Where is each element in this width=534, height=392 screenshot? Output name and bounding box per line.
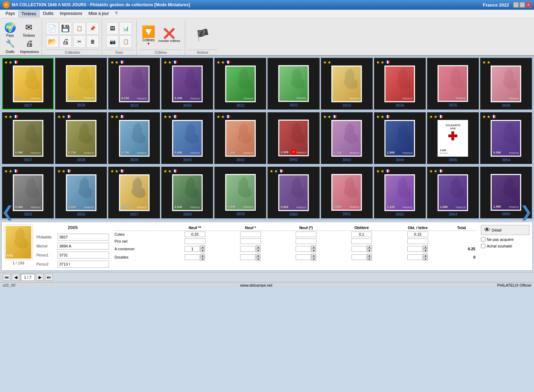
achat-souhaite-checkbox[interactable] bbox=[481, 244, 485, 248]
nav-first-btn[interactable]: ⏮ bbox=[3, 274, 10, 281]
stamp-3844[interactable]: ★★🇫🇷 1.90€ FRANCE 3844 bbox=[374, 112, 426, 164]
stamp-3832[interactable]: ★ FRANCE 3832 bbox=[268, 58, 319, 110]
doubles-obl-lettre-up[interactable]: ▲ bbox=[423, 254, 428, 257]
menu-impressions[interactable]: Impressions bbox=[57, 10, 85, 17]
michel-input[interactable] bbox=[58, 243, 109, 250]
copy-btn[interactable]: 📋 bbox=[73, 22, 86, 35]
stamp-3854[interactable]: ★★🇫🇷 0.05€ FRANCE 3854 bbox=[480, 112, 532, 164]
stamp-3861[interactable]: ★ 0.82€ FRANCE 3861 bbox=[321, 167, 373, 218]
cut-btn[interactable]: ✂ bbox=[73, 35, 86, 48]
doubles-neuf0-down[interactable]: ▼ bbox=[311, 257, 316, 261]
menu-pays[interactable]: Pays bbox=[3, 10, 18, 17]
view4-btn[interactable]: 📋 bbox=[119, 35, 132, 48]
doubles-neuf0-input[interactable] bbox=[296, 254, 311, 260]
stamp-3830[interactable]: ★★🇫🇷 0.10€ FRANCE 3830 bbox=[161, 58, 213, 110]
minimize-button[interactable]: _ bbox=[513, 2, 519, 8]
view3-btn[interactable]: 📷 bbox=[106, 35, 119, 48]
nav-prev-btn[interactable]: ◀ bbox=[12, 274, 19, 281]
perso2-input[interactable] bbox=[58, 261, 109, 268]
stamp-3827[interactable]: ★★🇫🇷 0.01 FRANCE 3827 bbox=[2, 58, 54, 110]
doubles-neuf2-down[interactable]: ▼ bbox=[200, 257, 205, 261]
save-btn[interactable]: 💾 bbox=[59, 22, 72, 35]
conserver-neuf1-input[interactable] bbox=[240, 246, 255, 252]
detail-button[interactable]: 👁 Détail bbox=[481, 225, 529, 235]
stamp-3860[interactable]: ★★🇫🇷 0.82€ FRANCE 3860 bbox=[268, 167, 319, 218]
stamp-3835[interactable]: ★ FRANCE 3835 bbox=[427, 58, 479, 110]
conserver-neuf0-up[interactable]: ▲ bbox=[311, 245, 316, 249]
view1-btn[interactable]: 🖼 bbox=[106, 22, 119, 35]
doubles-neuf1-input[interactable] bbox=[240, 254, 255, 260]
stamp-3864[interactable]: ★★🇫🇷 1.98€ FRANCE 3864 bbox=[427, 167, 479, 218]
doubles-neuf2-up[interactable]: ▲ bbox=[200, 254, 205, 257]
stamp-3857[interactable]: ★★🇫🇷 0.55€ FRANCE 3857 bbox=[108, 167, 160, 218]
conserver-obl-lettre-down[interactable]: ▼ bbox=[423, 249, 428, 252]
conserver-oblitere-input[interactable] bbox=[351, 246, 367, 252]
cotes-neuf0-input[interactable] bbox=[296, 232, 316, 237]
open-btn[interactable]: 📂 bbox=[46, 35, 59, 48]
print-doc-btn[interactable]: 🖨 bbox=[59, 35, 72, 48]
prix-neuf1-input[interactable] bbox=[240, 238, 261, 244]
view2-btn[interactable]: 📊 bbox=[119, 22, 132, 35]
annuler-criteres-btn[interactable]: ❌ Annuler critères bbox=[158, 28, 180, 43]
prix-oblitere-input[interactable] bbox=[351, 238, 372, 244]
stamp-3862[interactable]: ★★🇫🇷 1.22€ FRANCE 3862 bbox=[374, 167, 426, 218]
toolbar-outils-btn[interactable]: 🔧 Outils bbox=[1, 37, 19, 54]
toolbar-timbres-btn[interactable]: ✉ Timbres bbox=[20, 21, 37, 37]
cotes-neuf2-input[interactable] bbox=[185, 232, 205, 237]
cotes-neuf1-input[interactable] bbox=[240, 232, 261, 237]
prix-obl-lettre-input[interactable] bbox=[407, 238, 428, 244]
toolbar-pays-btn[interactable]: 🌍 Pays bbox=[1, 21, 19, 37]
stamp-3831[interactable]: ★★🇫🇷 FRANCE 3831 bbox=[214, 58, 266, 110]
conserver-neuf1-up[interactable]: ▲ bbox=[256, 245, 261, 249]
doubles-oblitere-down[interactable]: ▼ bbox=[367, 257, 372, 261]
conserver-neuf1-down[interactable]: ▼ bbox=[256, 249, 261, 252]
close-button[interactable]: ✕ bbox=[526, 2, 531, 8]
conserver-oblitere-down[interactable]: ▼ bbox=[367, 249, 372, 252]
stamp-3834[interactable]: ★★🇫🇷 FRANCE 3834 bbox=[374, 58, 426, 110]
doubles-neuf1-down[interactable]: ▼ bbox=[256, 257, 261, 261]
maximize-button[interactable]: □ bbox=[519, 2, 525, 8]
stamp-3840[interactable]: ★★🇫🇷 0.90€ FRANCE 3840 bbox=[161, 112, 213, 164]
stamp-3839[interactable]: ★★🇫🇷 0.75€ FRANCE 3839 bbox=[108, 112, 160, 164]
nav-right-arrow[interactable]: ❯ bbox=[520, 203, 533, 220]
nav-next-btn[interactable]: ▶ bbox=[36, 274, 44, 281]
menu-miseajour[interactable]: Mise à jour bbox=[86, 10, 112, 17]
stamp-3845[interactable]: ★★🇫🇷 SOLIDARITÉASIE 0.20€ de DON 3845 bbox=[427, 112, 479, 164]
stamp-3836[interactable]: ★★ FRANCE 3836 bbox=[480, 58, 532, 110]
stamp-3833[interactable]: ★★ FRANCE 3833 bbox=[321, 58, 373, 110]
stamp-3856[interactable]: ★★🇫🇷 0.55€ FRANCE 3856 bbox=[55, 167, 107, 218]
cotes-obl-lettre-input[interactable] bbox=[407, 232, 428, 237]
stamp-3843[interactable]: ★★🇫🇷 1.11€ FRANCE 3843 bbox=[321, 112, 373, 164]
doubles-neuf1-up[interactable]: ▲ bbox=[256, 254, 261, 257]
philatelix-input[interactable] bbox=[58, 234, 109, 241]
conserver-neuf0-down[interactable]: ▼ bbox=[311, 249, 316, 252]
stamp-3841[interactable]: ★★🇫🇷 1.00€ FRANCE 3841 bbox=[214, 112, 266, 164]
nav-last-btn[interactable]: ⏭ bbox=[45, 274, 53, 281]
new-doc-btn[interactable]: 📄 bbox=[46, 22, 59, 35]
doubles-neuf0-up[interactable]: ▲ bbox=[311, 254, 316, 257]
criteres-btn[interactable]: 🔽 Critères ▼ bbox=[142, 25, 155, 45]
conserver-neuf0-input[interactable] bbox=[296, 246, 311, 252]
stamp-3829[interactable]: ★★🇫🇷 0.10€ FRANCE 3829 bbox=[108, 58, 160, 110]
prix-neuf2-input[interactable] bbox=[185, 238, 205, 244]
stamp-3837[interactable]: ★★🇫🇷 0.58€ FRANCE 3837 bbox=[2, 112, 54, 164]
perso1-input[interactable] bbox=[58, 252, 109, 259]
ne-pas-acquerir-checkbox[interactable] bbox=[481, 237, 485, 242]
doubles-neuf2-input[interactable] bbox=[185, 254, 200, 260]
menu-outils[interactable]: Outils bbox=[40, 10, 57, 17]
conserver-obl-lettre-input[interactable] bbox=[407, 246, 423, 252]
conserver-neuf2-up[interactable]: ▲ bbox=[200, 245, 205, 249]
conserver-oblitere-up[interactable]: ▲ bbox=[367, 245, 372, 249]
actions-btn[interactable]: 🏴 bbox=[196, 28, 210, 42]
menu-help[interactable]: ? bbox=[112, 10, 120, 17]
doubles-oblitere-up[interactable]: ▲ bbox=[367, 254, 372, 257]
conserver-obl-lettre-up[interactable]: ▲ bbox=[423, 245, 428, 249]
doubles-obl-lettre-down[interactable]: ▼ bbox=[423, 257, 428, 261]
conserver-neuf2-input[interactable] bbox=[185, 246, 200, 252]
menu-timbres[interactable]: Timbres bbox=[18, 10, 40, 17]
doubles-oblitere-input[interactable] bbox=[351, 254, 367, 260]
stamp-3858[interactable]: ★★🇫🇷 0.64€ FRANCE 3858 bbox=[161, 167, 213, 218]
nav-left-arrow[interactable]: ❮ bbox=[1, 203, 14, 220]
stamp-3838[interactable]: ★★🇫🇷 0.70€ FRANCE 3838 bbox=[55, 112, 107, 164]
doubles-obl-lettre-input[interactable] bbox=[407, 254, 423, 260]
